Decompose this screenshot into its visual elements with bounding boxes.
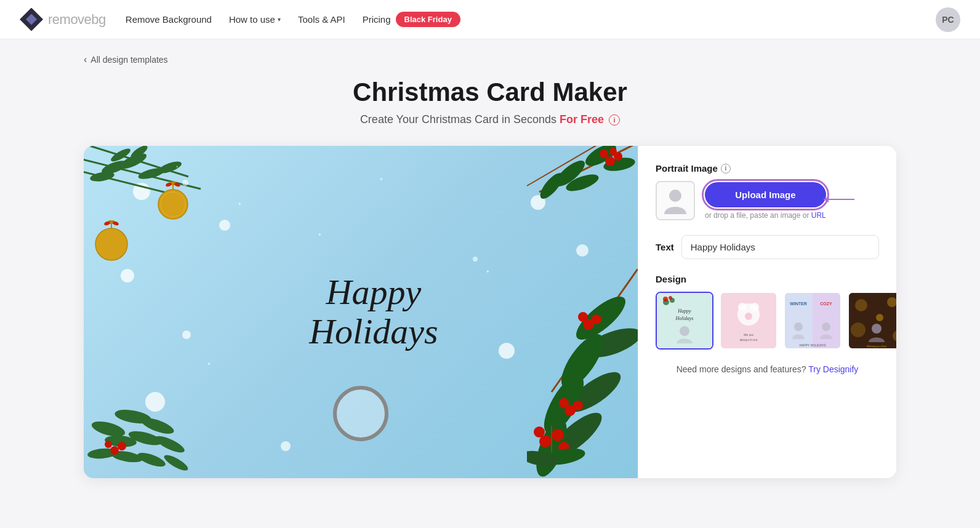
- svg-point-37: [537, 369, 592, 439]
- svg-point-36: [563, 366, 627, 419]
- svg-point-80: [750, 303, 759, 311]
- navbar: removebg Remove Background How to use ▾ …: [0, 0, 980, 39]
- svg-point-16: [95, 228, 127, 260]
- controls-panel: Portrait Image i Upload Image or drop a …: [638, 146, 896, 478]
- svg-point-54: [136, 450, 167, 469]
- svg-point-51: [153, 433, 187, 455]
- svg-text:WINTER: WINTER: [790, 302, 807, 306]
- drop-hint: or drop a file, paste an image or URL: [705, 211, 826, 220]
- svg-point-19: [103, 220, 110, 226]
- svg-point-35: [554, 328, 611, 394]
- svg-point-79: [738, 303, 747, 311]
- svg-point-57: [118, 442, 126, 450]
- svg-point-60: [552, 429, 564, 441]
- svg-marker-68: [824, 196, 829, 202]
- nav-remove-background[interactable]: Remove Background: [126, 14, 212, 25]
- svg-point-15: [174, 182, 180, 187]
- back-link[interactable]: ‹ All design templates: [84, 54, 896, 65]
- svg-point-65: [527, 449, 560, 466]
- svg-point-23: [582, 146, 619, 170]
- black-friday-badge[interactable]: Black Friday: [396, 12, 460, 27]
- for-free-text: For Free: [560, 113, 604, 126]
- avatar[interactable]: PC: [936, 7, 960, 32]
- svg-point-46: [90, 418, 126, 439]
- design-label: Design: [656, 274, 879, 284]
- svg-point-89: [822, 322, 830, 331]
- design-2-icon: We are always in our: [721, 293, 776, 348]
- design-thumb-1[interactable]: Happy Holidays: [656, 292, 713, 350]
- svg-point-76: [680, 326, 689, 336]
- portrait-info-icon[interactable]: i: [721, 164, 731, 174]
- svg-point-58: [105, 441, 112, 448]
- text-section: Text: [656, 235, 879, 259]
- svg-point-52: [87, 447, 117, 460]
- svg-point-47: [114, 407, 153, 426]
- svg-point-40: [583, 319, 594, 330]
- svg-point-53: [110, 449, 143, 465]
- design-3-icon: WINTER COZY HAPPY HOLIDAYS: [785, 293, 840, 348]
- svg-point-45: [559, 398, 569, 408]
- design-1-icon: Happy Holidays: [657, 293, 712, 348]
- svg-point-59: [539, 435, 552, 447]
- portrait-section: Portrait Image i Upload Image or drop a …: [656, 163, 879, 220]
- svg-point-7: [89, 170, 115, 183]
- svg-line-1: [90, 146, 188, 177]
- svg-point-96: [876, 314, 883, 321]
- svg-rect-18: [108, 220, 114, 224]
- design-thumb-2[interactable]: We are always in our: [720, 292, 777, 350]
- nav-tools-api[interactable]: Tools & API: [298, 14, 345, 25]
- svg-text:always in our: always in our: [739, 338, 758, 342]
- design-thumb-4[interactable]: Wishing you close: [848, 292, 896, 350]
- arrow-icon: [817, 192, 861, 207]
- svg-point-26: [564, 171, 600, 194]
- svg-point-42: [578, 312, 588, 322]
- pine-branch-bottomleft-icon: [84, 355, 244, 478]
- info-icon[interactable]: i: [609, 114, 620, 126]
- logo-text: removebg: [48, 12, 106, 28]
- designify-link[interactable]: Try Designify: [808, 364, 858, 374]
- svg-point-6: [157, 159, 183, 176]
- svg-point-43: [564, 405, 576, 416]
- holly-right-icon: [515, 269, 638, 478]
- svg-point-30: [600, 150, 608, 158]
- christmas-card: Happy Holidays ✦ ✦ ✦ ✦ ✦ ● ●: [84, 146, 638, 478]
- svg-point-88: [794, 322, 803, 331]
- url-link[interactable]: URL: [811, 211, 826, 220]
- svg-point-38: [545, 406, 608, 464]
- svg-point-81: [745, 313, 752, 320]
- upload-image-button[interactable]: Upload Image: [705, 182, 826, 207]
- svg-point-5: [137, 166, 166, 182]
- svg-point-25: [552, 156, 588, 190]
- text-label: Text: [656, 242, 674, 252]
- svg-point-8: [109, 146, 132, 164]
- nav-pricing-area: Pricing Black Friday: [363, 12, 460, 27]
- chevron-down-icon: ▾: [278, 16, 281, 23]
- nav-pricing[interactable]: Pricing: [363, 14, 391, 25]
- main-content: ‹ All design templates Christmas Card Ma…: [59, 39, 921, 503]
- svg-line-2: [84, 170, 176, 195]
- portrait-icon-box: [656, 181, 695, 220]
- logo-link[interactable]: removebg: [20, 8, 106, 31]
- svg-point-3: [100, 158, 129, 177]
- portrait-placeholder: [333, 386, 388, 441]
- svg-point-9: [129, 146, 149, 161]
- nav-how-to-use[interactable]: How to use ▾: [229, 14, 281, 25]
- svg-point-55: [162, 452, 190, 473]
- person-icon: [663, 187, 688, 214]
- design-4-icon: Wishing you close: [849, 293, 896, 348]
- svg-point-31: [609, 148, 617, 155]
- svg-point-50: [127, 428, 164, 448]
- upload-btn-wrapper: Upload Image or drop a file, paste an im…: [705, 182, 826, 220]
- holly-topright-icon: [478, 146, 638, 241]
- design-grid: Happy Holidays: [656, 292, 879, 350]
- svg-point-44: [573, 401, 583, 410]
- svg-point-14: [165, 182, 172, 187]
- svg-point-61: [534, 426, 545, 438]
- logo-icon: [20, 8, 43, 31]
- design-thumb-3[interactable]: WINTER COZY HAPPY HOLIDAYS: [784, 292, 841, 350]
- svg-line-32: [552, 269, 638, 392]
- text-input[interactable]: [681, 235, 879, 259]
- nav-right: PC: [936, 7, 960, 32]
- svg-point-92: [855, 299, 867, 311]
- back-link-label: All design templates: [90, 55, 167, 65]
